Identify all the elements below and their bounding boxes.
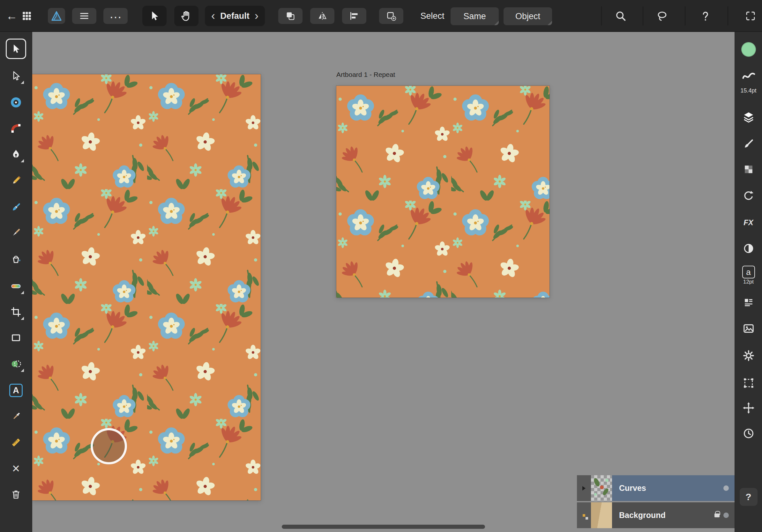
- preset-nav[interactable]: ‹ Default ›: [205, 6, 265, 26]
- insert-artboard-button[interactable]: [379, 8, 403, 24]
- layer-row-curves[interactable]: Curves: [577, 475, 734, 501]
- pencil-icon: [10, 174, 22, 187]
- cancel-tool-button[interactable]: ×: [6, 458, 26, 479]
- node-ring-icon: [10, 96, 22, 108]
- paragraph-lines-icon: [742, 297, 755, 309]
- layer-drag-handle[interactable]: [577, 502, 591, 528]
- character-panel-button[interactable]: a: [740, 264, 757, 280]
- boolean-ops-button[interactable]: [278, 8, 302, 24]
- horizontal-scrollbar[interactable]: [282, 525, 485, 529]
- affinity-designer-icon: [50, 10, 62, 22]
- help-button[interactable]: ?: [740, 488, 758, 506]
- layer-row-body[interactable]: Curves: [591, 475, 734, 501]
- close-icon: ×: [12, 462, 20, 475]
- move-arrows-icon: [742, 402, 755, 414]
- stroke-panel-button[interactable]: [740, 68, 757, 83]
- hamburger-icon: [79, 11, 90, 21]
- visibility-toggle[interactable]: [724, 486, 729, 491]
- delete-button[interactable]: [6, 484, 26, 504]
- point-transform-tool[interactable]: [6, 92, 26, 112]
- crop-tool[interactable]: [6, 302, 26, 322]
- more-button[interactable]: …: [104, 8, 128, 24]
- pencil-tool[interactable]: [6, 170, 26, 191]
- canvas-area[interactable]: Artboard 1 - Repeat: [32, 32, 734, 532]
- cursor-icon: [11, 43, 21, 54]
- crop-icon: [10, 306, 22, 318]
- artboard-main[interactable]: [32, 74, 261, 500]
- toolbar-separator: [643, 6, 643, 26]
- text-tool[interactable]: A: [6, 380, 26, 401]
- move-tool-selected[interactable]: [6, 38, 26, 59]
- align-button[interactable]: [342, 8, 366, 24]
- layer-name: Background: [612, 511, 715, 520]
- symbols-panel-button[interactable]: [740, 188, 757, 204]
- menu-button[interactable]: [72, 8, 96, 24]
- layer-row-body[interactable]: Background: [591, 502, 734, 528]
- shape-builder-tool[interactable]: [6, 354, 26, 374]
- fx-panel-button[interactable]: FX: [740, 215, 757, 230]
- disclosure-icon: [582, 486, 585, 491]
- stack-icon: [583, 514, 585, 517]
- pen-nib-icon: [10, 149, 22, 160]
- select-tool-button[interactable]: [142, 6, 167, 26]
- sync-circle-icon: [742, 189, 755, 202]
- select-mode-label[interactable]: Select: [415, 0, 450, 32]
- hand-tool-button[interactable]: [174, 6, 198, 26]
- corner-arc-icon: [10, 122, 22, 134]
- flip-button[interactable]: [310, 8, 335, 24]
- artboard-repeat[interactable]: [336, 86, 550, 298]
- select-same-button[interactable]: Same: [451, 7, 499, 25]
- clock-icon: [742, 427, 755, 440]
- same-label: Same: [463, 12, 486, 21]
- color-swatch-button[interactable]: [740, 42, 757, 57]
- fill-tool[interactable]: [6, 249, 26, 269]
- select-object-button[interactable]: Object: [503, 7, 552, 25]
- rectangle-icon: [10, 332, 22, 344]
- shape-tool[interactable]: [6, 328, 26, 348]
- pixel-persona-button[interactable]: [740, 162, 757, 177]
- back-icon[interactable]: ←: [5, 8, 19, 24]
- settings-panel-button[interactable]: [740, 348, 757, 363]
- chevron-left-icon[interactable]: ‹: [211, 10, 215, 22]
- brushes-panel-button[interactable]: [740, 136, 757, 152]
- color-picker-tool[interactable]: [6, 406, 26, 427]
- question-hook-icon: [699, 10, 711, 22]
- checkerboard-icon: [742, 163, 755, 175]
- pen-tool[interactable]: [6, 144, 26, 165]
- align-icon: [349, 11, 360, 21]
- top-toolbar: ← … ‹ Default ›: [0, 0, 762, 32]
- arrange-panel-button[interactable]: [740, 400, 757, 416]
- adjustments-panel-button[interactable]: [740, 241, 757, 256]
- gradient-tool[interactable]: [6, 276, 26, 296]
- app-logo[interactable]: [48, 8, 65, 24]
- snapping-button[interactable]: [652, 8, 672, 24]
- layer-row-background[interactable]: Background: [577, 502, 734, 528]
- gear-icon: [742, 349, 755, 362]
- zoom-button[interactable]: [610, 8, 631, 24]
- boolean-ops-icon: [285, 11, 296, 21]
- corner-tool[interactable]: [6, 118, 26, 138]
- assistant-button[interactable]: [695, 8, 716, 24]
- history-panel-button[interactable]: [740, 426, 757, 441]
- layer-drag-handle[interactable]: [577, 475, 591, 501]
- contrast-circle-icon: [742, 242, 755, 254]
- paragraph-panel-button[interactable]: [740, 295, 757, 310]
- studio-sidebar: 15.4pt FX a: [734, 32, 762, 532]
- fx-label: FX: [743, 218, 753, 227]
- add-object-icon: [386, 11, 397, 21]
- visibility-toggle[interactable]: [724, 512, 729, 518]
- vector-brush-tool[interactable]: [6, 222, 26, 243]
- preset-label: Default: [220, 11, 250, 21]
- artboard-label[interactable]: Artboard 1 - Repeat: [336, 71, 395, 79]
- cursor-outline-icon: [11, 71, 21, 81]
- layers-panel-button[interactable]: [740, 109, 757, 125]
- paint-brush-tool[interactable]: [6, 197, 26, 217]
- window-mode-button[interactable]: [740, 8, 761, 24]
- lock-icon[interactable]: [715, 513, 720, 517]
- node-select-tool[interactable]: [6, 66, 26, 86]
- chevron-right-icon[interactable]: ›: [255, 10, 259, 22]
- stock-panel-button[interactable]: [740, 321, 757, 336]
- gallery-grid-icon[interactable]: [19, 8, 35, 24]
- ruler-tool[interactable]: [6, 432, 26, 453]
- transform-panel-button[interactable]: [740, 375, 757, 391]
